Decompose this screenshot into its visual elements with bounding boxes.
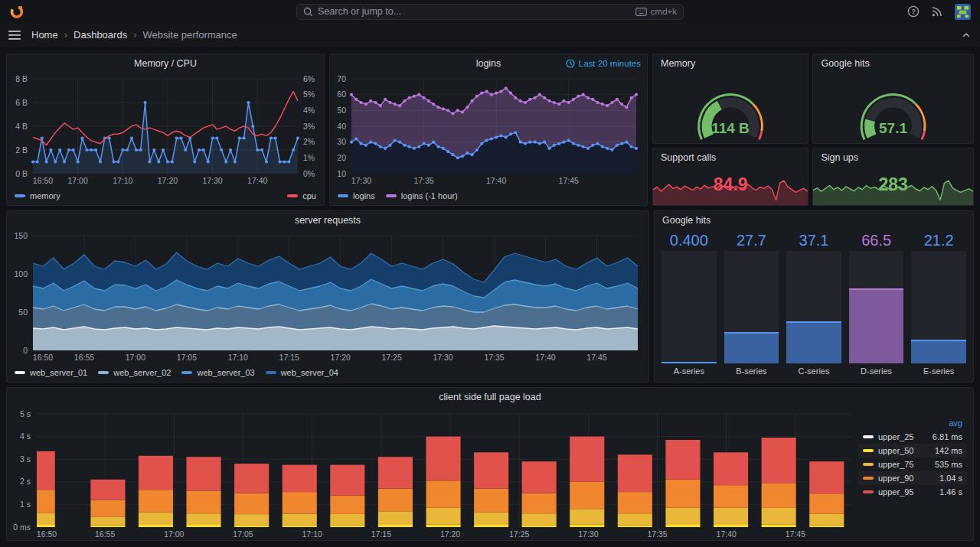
- svg-text:17:25: 17:25: [382, 353, 402, 362]
- breadcrumb-bar: Home › Dashboards › Website performance: [0, 23, 980, 47]
- chevron-up-icon: [961, 30, 972, 41]
- panel-title[interactable]: Google hits: [813, 54, 973, 73]
- legend-label: web_server_02: [113, 368, 171, 377]
- svg-text:5%: 5%: [303, 90, 315, 99]
- svg-text:17:10: 17:10: [302, 529, 322, 539]
- bar-gauge-track: [786, 251, 841, 363]
- legend-swatch: [181, 371, 192, 374]
- svg-text:17:40: 17:40: [717, 529, 737, 539]
- legend-table-row[interactable]: upper_50142 ms: [858, 444, 967, 457]
- svg-text:20: 20: [337, 153, 346, 162]
- panel-title[interactable]: server requests: [7, 211, 648, 230]
- legend-item[interactable]: web_server_04: [266, 368, 338, 377]
- bar-gauge-value: 27.7: [724, 231, 779, 251]
- svg-text:16:50: 16:50: [37, 529, 57, 539]
- panel-title[interactable]: client side full page load: [7, 388, 973, 406]
- bar-gauge-value: 0.400: [662, 231, 717, 251]
- bar-gauge-track: [911, 251, 966, 363]
- legend-item[interactable]: web_server_02: [98, 368, 171, 377]
- svg-text:17:30: 17:30: [578, 529, 598, 539]
- panel-title[interactable]: Memory / CPU: [7, 54, 324, 73]
- svg-text:17:10: 17:10: [228, 353, 248, 362]
- keyboard-shortcut: cmd+k: [635, 7, 677, 16]
- svg-text:17:30: 17:30: [351, 176, 371, 185]
- bar-gauge-label: E-series: [911, 363, 966, 379]
- breadcrumb-home[interactable]: Home: [31, 29, 58, 41]
- bar-gauge-track: [724, 251, 779, 363]
- legend-avg-value: 6.81 ms: [933, 432, 962, 441]
- svg-text:150: 150: [14, 231, 28, 240]
- svg-text:?: ?: [911, 8, 915, 15]
- svg-text:17:15: 17:15: [279, 353, 299, 362]
- grafana-logo[interactable]: [9, 4, 24, 19]
- panel-title[interactable]: Google hits: [655, 211, 973, 230]
- svg-text:17:30: 17:30: [433, 353, 452, 362]
- dashboard-grid: Memory / CPU 0 B2 B4 B6 B8 B0%1%2%3%4%5%…: [0, 47, 980, 547]
- gauge-value: 114 B: [711, 120, 750, 136]
- chart-legend: memorycpu: [7, 187, 324, 205]
- legend-series-name: upper_75: [878, 460, 930, 469]
- legend-item[interactable]: memory: [15, 191, 60, 200]
- memory-cpu-chart[interactable]: 0 B2 B4 B6 B8 B0%1%2%3%4%5%6%16:5017:001…: [7, 73, 324, 187]
- panel-server-requests: server requests 05010015016:5016:5517:00…: [6, 210, 649, 383]
- panel-title[interactable]: Support calls: [653, 148, 808, 167]
- legend-item[interactable]: web_server_01: [15, 368, 87, 377]
- svg-text:16:50: 16:50: [33, 176, 53, 185]
- panel-title[interactable]: Memory: [653, 54, 808, 73]
- topbar-actions: ?: [907, 4, 971, 20]
- legend-swatch: [266, 371, 276, 374]
- svg-text:0%: 0%: [303, 169, 315, 178]
- panel-title[interactable]: Sign ups: [813, 148, 973, 167]
- avatar-image: [955, 4, 971, 20]
- panel-memory-gauge: Memory 114 B: [652, 54, 808, 144]
- time-range-link[interactable]: Last 20 minutes: [566, 54, 641, 73]
- svg-text:17:45: 17:45: [559, 176, 579, 185]
- page-load-chart[interactable]: 0 ms1 s2 s3 s4 s5 s16:5016:5517:0017:051…: [7, 406, 858, 540]
- logins-chart[interactable]: 1020304050607017:3017:3517:4017:45: [330, 73, 647, 187]
- svg-text:4 s: 4 s: [20, 431, 31, 441]
- legend-item[interactable]: web_server_03: [181, 368, 254, 377]
- news-button[interactable]: [931, 5, 943, 18]
- svg-text:17:10: 17:10: [113, 176, 132, 185]
- server-requests-chart[interactable]: 05010015016:5016:5517:0017:0517:1017:151…: [7, 230, 648, 363]
- legend-label: memory: [30, 191, 60, 200]
- legend-swatch: [386, 194, 397, 197]
- svg-text:16:55: 16:55: [95, 529, 115, 539]
- svg-text:17:00: 17:00: [126, 353, 145, 362]
- breadcrumb-current-page: Website performance: [142, 29, 237, 41]
- svg-text:17:00: 17:00: [68, 176, 88, 185]
- legend-item[interactable]: logins (-1 hour): [386, 191, 458, 200]
- svg-text:4 B: 4 B: [15, 122, 28, 131]
- menu-toggle[interactable]: [8, 30, 21, 41]
- bar-gauge-column: 37.1C-series: [786, 231, 841, 379]
- svg-text:17:20: 17:20: [331, 353, 351, 362]
- sign-ups-stat: 283: [813, 167, 973, 205]
- collapse-toolbar-button[interactable]: [961, 30, 972, 41]
- search-bar[interactable]: Search or jump to... cmd+k: [296, 4, 684, 20]
- svg-text:2 B: 2 B: [15, 145, 28, 155]
- svg-text:30: 30: [337, 137, 346, 146]
- svg-text:17:45: 17:45: [586, 353, 606, 362]
- legend-swatch: [338, 194, 348, 197]
- time-range-label: Last 20 minutes: [579, 59, 641, 68]
- legend-item[interactable]: cpu: [287, 191, 316, 200]
- user-avatar[interactable]: [955, 4, 971, 20]
- search-placeholder: Search or jump to...: [318, 6, 631, 17]
- legend-swatch: [863, 477, 874, 480]
- panel-page-load: client side full page load 0 ms1 s2 s3 s…: [6, 387, 974, 541]
- legend-table-row[interactable]: upper_951.46 s: [858, 485, 967, 499]
- legend-item[interactable]: logins: [338, 191, 375, 200]
- panel-sign-ups: Sign ups 283: [812, 148, 974, 206]
- breadcrumb-dashboards[interactable]: Dashboards: [74, 29, 127, 41]
- svg-text:17:20: 17:20: [440, 529, 460, 539]
- shortcut-label: cmd+k: [651, 7, 677, 16]
- legend-label: cpu: [302, 191, 316, 200]
- legend-table-row[interactable]: upper_75535 ms: [858, 457, 967, 471]
- svg-text:4%: 4%: [303, 106, 315, 115]
- legend-table-row[interactable]: upper_256.81 ms: [858, 430, 967, 444]
- svg-text:16:50: 16:50: [33, 353, 53, 362]
- svg-text:17:40: 17:40: [486, 176, 506, 185]
- legend-avg-header: avg: [858, 417, 967, 430]
- legend-table-row[interactable]: upper_901.04 s: [858, 471, 967, 485]
- help-button[interactable]: ?: [907, 5, 920, 18]
